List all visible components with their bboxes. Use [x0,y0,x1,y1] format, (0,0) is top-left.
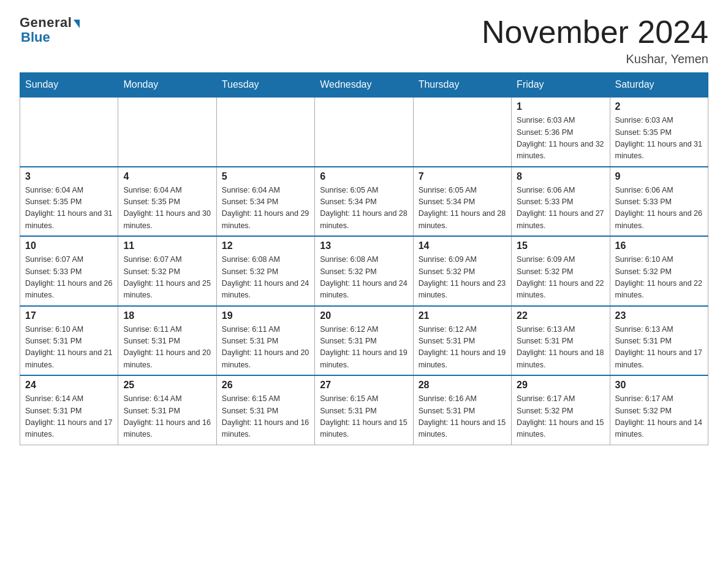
day-info: Sunrise: 6:15 AM Sunset: 5:31 PM Dayligh… [320,393,408,441]
calendar-table: SundayMondayTuesdayWednesdayThursdayFrid… [20,72,708,445]
calendar-cell: 6Sunrise: 6:05 AM Sunset: 5:34 PM Daylig… [315,167,413,237]
day-number: 15 [517,240,604,251]
day-info: Sunrise: 6:05 AM Sunset: 5:34 PM Dayligh… [419,185,506,232]
day-info: Sunrise: 6:11 AM Sunset: 5:31 PM Dayligh… [123,324,211,372]
calendar-cell: 18Sunrise: 6:11 AM Sunset: 5:31 PM Dayli… [118,306,216,376]
day-number: 8 [517,171,604,182]
day-info: Sunrise: 6:11 AM Sunset: 5:31 PM Dayligh… [222,324,309,372]
calendar-cell: 24Sunrise: 6:14 AM Sunset: 5:31 PM Dayli… [20,375,118,445]
logo-arrow-icon [74,20,80,28]
day-number: 7 [419,171,506,182]
day-number: 28 [419,380,506,391]
day-number: 6 [320,171,408,182]
day-info: Sunrise: 6:12 AM Sunset: 5:31 PM Dayligh… [419,324,506,372]
day-info: Sunrise: 6:03 AM Sunset: 5:36 PM Dayligh… [517,115,604,163]
calendar-cell: 8Sunrise: 6:06 AM Sunset: 5:33 PM Daylig… [512,167,610,237]
day-number: 25 [123,380,211,391]
day-info: Sunrise: 6:07 AM Sunset: 5:33 PM Dayligh… [25,254,113,302]
calendar-week-row: 1Sunrise: 6:03 AM Sunset: 5:36 PM Daylig… [20,97,708,167]
page-header: General Blue November 2024 Kushar, Yemen [20,15,708,66]
calendar-week-row: 17Sunrise: 6:10 AM Sunset: 5:31 PM Dayli… [20,306,708,376]
day-info: Sunrise: 6:17 AM Sunset: 5:32 PM Dayligh… [517,393,604,441]
day-info: Sunrise: 6:06 AM Sunset: 5:33 PM Dayligh… [615,185,703,232]
calendar-header-monday: Monday [118,73,216,98]
day-info: Sunrise: 6:04 AM Sunset: 5:35 PM Dayligh… [25,185,113,232]
day-number: 11 [123,240,211,251]
calendar-cell: 29Sunrise: 6:17 AM Sunset: 5:32 PM Dayli… [512,375,610,445]
day-number: 1 [517,101,604,112]
day-info: Sunrise: 6:14 AM Sunset: 5:31 PM Dayligh… [123,393,211,441]
day-number: 22 [517,310,604,321]
day-number: 12 [222,240,309,251]
logo: General Blue [20,15,80,45]
month-title: November 2024 [482,15,708,50]
day-info: Sunrise: 6:12 AM Sunset: 5:31 PM Dayligh… [320,324,408,372]
calendar-cell: 30Sunrise: 6:17 AM Sunset: 5:32 PM Dayli… [610,375,708,445]
calendar-cell: 10Sunrise: 6:07 AM Sunset: 5:33 PM Dayli… [20,236,118,306]
day-number: 21 [419,310,506,321]
day-number: 27 [320,380,408,391]
day-number: 2 [615,101,703,112]
calendar-cell [118,97,216,167]
day-info: Sunrise: 6:07 AM Sunset: 5:32 PM Dayligh… [123,254,211,302]
calendar-cell: 23Sunrise: 6:13 AM Sunset: 5:31 PM Dayli… [610,306,708,376]
day-number: 9 [615,171,703,182]
calendar-cell: 27Sunrise: 6:15 AM Sunset: 5:31 PM Dayli… [315,375,413,445]
day-info: Sunrise: 6:10 AM Sunset: 5:32 PM Dayligh… [615,254,703,302]
calendar-header-tuesday: Tuesday [216,73,314,98]
calendar-week-row: 10Sunrise: 6:07 AM Sunset: 5:33 PM Dayli… [20,236,708,306]
calendar-header-wednesday: Wednesday [315,73,413,98]
day-number: 3 [25,171,113,182]
calendar-header-friday: Friday [512,73,610,98]
day-info: Sunrise: 6:14 AM Sunset: 5:31 PM Dayligh… [25,393,113,441]
day-number: 14 [419,240,506,251]
calendar-cell: 2Sunrise: 6:03 AM Sunset: 5:35 PM Daylig… [610,97,708,167]
calendar-cell [413,97,511,167]
day-info: Sunrise: 6:05 AM Sunset: 5:34 PM Dayligh… [320,185,408,232]
calendar-cell: 3Sunrise: 6:04 AM Sunset: 5:35 PM Daylig… [20,167,118,237]
calendar-cell: 21Sunrise: 6:12 AM Sunset: 5:31 PM Dayli… [413,306,511,376]
day-number: 13 [320,240,408,251]
logo-blue-text: Blue [20,29,50,45]
calendar-cell: 5Sunrise: 6:04 AM Sunset: 5:34 PM Daylig… [216,167,314,237]
calendar-cell: 20Sunrise: 6:12 AM Sunset: 5:31 PM Dayli… [315,306,413,376]
calendar-cell: 16Sunrise: 6:10 AM Sunset: 5:32 PM Dayli… [610,236,708,306]
calendar-cell [20,97,118,167]
calendar-cell [216,97,314,167]
day-number: 4 [123,171,211,182]
location: Kushar, Yemen [482,52,708,66]
day-number: 24 [25,380,113,391]
calendar-cell: 11Sunrise: 6:07 AM Sunset: 5:32 PM Dayli… [118,236,216,306]
day-info: Sunrise: 6:08 AM Sunset: 5:32 PM Dayligh… [320,254,408,302]
day-info: Sunrise: 6:06 AM Sunset: 5:33 PM Dayligh… [517,185,604,232]
day-info: Sunrise: 6:04 AM Sunset: 5:35 PM Dayligh… [123,185,211,232]
day-info: Sunrise: 6:13 AM Sunset: 5:31 PM Dayligh… [615,324,703,372]
day-info: Sunrise: 6:13 AM Sunset: 5:31 PM Dayligh… [517,324,604,372]
day-info: Sunrise: 6:15 AM Sunset: 5:31 PM Dayligh… [222,393,309,441]
day-info: Sunrise: 6:10 AM Sunset: 5:31 PM Dayligh… [25,324,113,372]
day-number: 17 [25,310,113,321]
day-number: 19 [222,310,309,321]
day-number: 20 [320,310,408,321]
calendar-week-row: 3Sunrise: 6:04 AM Sunset: 5:35 PM Daylig… [20,167,708,237]
day-info: Sunrise: 6:08 AM Sunset: 5:32 PM Dayligh… [222,254,309,302]
calendar-cell: 14Sunrise: 6:09 AM Sunset: 5:32 PM Dayli… [413,236,511,306]
title-block: November 2024 Kushar, Yemen [482,15,708,66]
day-info: Sunrise: 6:09 AM Sunset: 5:32 PM Dayligh… [517,254,604,302]
day-info: Sunrise: 6:16 AM Sunset: 5:31 PM Dayligh… [419,393,506,441]
day-number: 10 [25,240,113,251]
calendar-cell: 28Sunrise: 6:16 AM Sunset: 5:31 PM Dayli… [413,375,511,445]
calendar-cell: 25Sunrise: 6:14 AM Sunset: 5:31 PM Dayli… [118,375,216,445]
calendar-week-row: 24Sunrise: 6:14 AM Sunset: 5:31 PM Dayli… [20,375,708,445]
day-info: Sunrise: 6:03 AM Sunset: 5:35 PM Dayligh… [615,115,703,163]
calendar-cell: 17Sunrise: 6:10 AM Sunset: 5:31 PM Dayli… [20,306,118,376]
day-number: 29 [517,380,604,391]
day-number: 18 [123,310,211,321]
logo-general-text: General [20,15,72,31]
calendar-header-saturday: Saturday [610,73,708,98]
calendar-cell: 1Sunrise: 6:03 AM Sunset: 5:36 PM Daylig… [512,97,610,167]
day-info: Sunrise: 6:04 AM Sunset: 5:34 PM Dayligh… [222,185,309,232]
day-number: 23 [615,310,703,321]
calendar-cell: 26Sunrise: 6:15 AM Sunset: 5:31 PM Dayli… [216,375,314,445]
day-number: 26 [222,380,309,391]
